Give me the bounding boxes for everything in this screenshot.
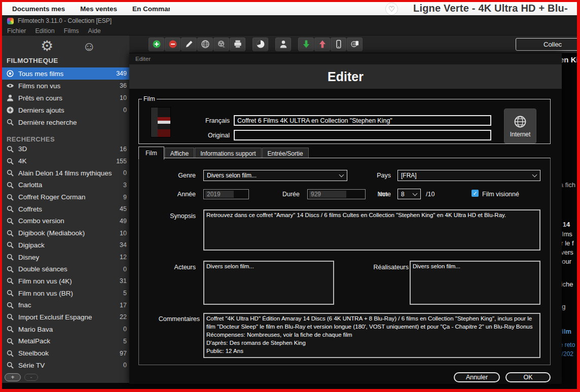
original-input[interactable] [234, 130, 491, 140]
toolbar-button[interactable] [314, 38, 330, 51]
francais-input[interactable] [234, 115, 491, 126]
toolbar-button[interactable] [149, 38, 164, 51]
sidebar-search-item[interactable]: Film non vus (BR) 5 [2, 287, 129, 299]
sidebar-search-item[interactable]: Import Exclusif Espagne 22 [2, 311, 129, 324]
sidebar-search-item[interactable]: Digipack 34 [2, 239, 129, 252]
remove-search-button[interactable]: - [24, 374, 38, 381]
item-count: 22 [120, 313, 127, 320]
sidebar-search-item[interactable]: Combo version 49 [2, 215, 129, 227]
sidebar-search-item[interactable]: MetalPack 5 [2, 335, 129, 347]
dialog-titlebar[interactable]: Editer [129, 53, 562, 64]
globe-icon [513, 115, 527, 129]
item-count: 12 [120, 254, 127, 261]
item-count: 0 [123, 106, 127, 114]
add-icon [152, 39, 162, 49]
settings-gear-icon[interactable]: ⚙ [41, 39, 53, 53]
sidebar-icon-row: ⚙ ☺ [2, 35, 129, 57]
acteurs-textarea[interactable]: Divers selon film... [203, 261, 334, 305]
toolbar-button[interactable] [298, 38, 314, 51]
dialog-tab[interactable]: Film [138, 147, 164, 160]
item-count: 5 [123, 338, 127, 345]
dialog-heading: Editer [328, 69, 364, 84]
search-icon [6, 361, 15, 370]
menu-item[interactable]: Aide [88, 27, 101, 34]
mobile-icon [334, 39, 344, 49]
sidebar-library-item[interactable]: Tous mes films 349 [2, 67, 129, 80]
toolbar-button[interactable] [230, 38, 245, 51]
browser-tab[interactable]: Mes ventes [80, 5, 117, 13]
sidebar-search-item[interactable]: Film non vus (4K) 31 [2, 275, 129, 288]
sidebar-search-item[interactable]: Carlotta 3 [2, 179, 129, 191]
sidebar-search-item[interactable]: Disney 12 [2, 251, 129, 263]
sidebar-search-item[interactable]: Coffrets 45 [2, 203, 129, 215]
sidebar-search-item[interactable]: Digibook (Mediabook) 10 [2, 227, 129, 239]
sidebar-search-item[interactable]: Coffret Roger Corman 9 [2, 191, 129, 203]
menu-item[interactable]: Edition [35, 27, 55, 34]
pie-chart-icon [256, 39, 266, 49]
cancel-button[interactable]: Annuler [454, 372, 500, 382]
smiley-icon[interactable]: ☺ [83, 40, 96, 53]
sidebar-section-filmotheque: FILMOTHEQUE [2, 57, 129, 67]
menu-item[interactable]: Films [64, 27, 79, 34]
search-icon [6, 277, 15, 286]
chevron-down-icon [532, 172, 537, 177]
sidebar-library-item[interactable]: Films non vus 36 [2, 80, 129, 92]
toolbar-button[interactable] [213, 38, 229, 51]
sidebar-search-item[interactable]: fnac 17 [2, 299, 129, 311]
search-icon [6, 205, 15, 213]
item-count: 0 [123, 266, 127, 273]
note-label: Note [360, 191, 391, 198]
sidebar-library-item[interactable]: Dernière recherche [2, 116, 129, 128]
pays-select[interactable]: [FRA] [397, 170, 540, 181]
toolbar-button[interactable] [275, 38, 291, 51]
sidebar-library-item[interactable]: Derniers ajouts 0 [2, 104, 129, 116]
sidebar-search-item[interactable]: Steelbook 97 [2, 347, 129, 360]
plus-circle-icon [6, 106, 15, 115]
browser-tab[interactable]: Documents mes [12, 5, 65, 13]
heart-icon: ♡ [388, 5, 395, 13]
collection-button[interactable]: Collec [516, 38, 577, 51]
window-titlebar: Filmotech 3.11.0 - Collection [ESP] [2, 15, 577, 26]
sidebar-library-item[interactable]: Prêts en cours 10 [2, 92, 129, 104]
sidebar-search-item[interactable]: Série TV 0 [2, 359, 129, 371]
search-icon [6, 241, 15, 250]
toolbar-button[interactable] [252, 38, 268, 51]
realisateurs-textarea[interactable]: Divers selon film... [410, 261, 540, 305]
toolbar-button[interactable] [181, 38, 197, 51]
genre-select[interactable]: Divers selon film... [203, 170, 347, 181]
item-count: 155 [116, 158, 127, 165]
toolbar-button[interactable] [331, 38, 346, 51]
sidebar-search-item[interactable]: Alain Delon 14 films mythiques 0 [2, 167, 129, 179]
synopsis-textarea[interactable]: Retrouvez dans ce coffret "Amary" 14 Dis… [203, 209, 540, 251]
sidebar-section-recherches: RECHERCHES [2, 131, 129, 143]
commentaires-label: Commentaires [139, 315, 200, 323]
editer-dialog: Editer Editer Film Français Original Int… [129, 53, 562, 384]
search-icon [6, 118, 15, 127]
annee-input[interactable]: 2019 [203, 189, 249, 199]
ok-button[interactable]: OK [505, 372, 551, 382]
item-count: 45 [120, 205, 127, 212]
commentaires-textarea[interactable]: Coffret "4K Ultra HD" Édition Amaray 14 … [203, 313, 540, 358]
toolbar-button[interactable] [347, 38, 362, 51]
filmotech-logo-icon [7, 18, 14, 24]
item-count: 0 [123, 326, 127, 333]
user-icon [6, 94, 15, 102]
sidebar-search-item[interactable]: 3D 16 [2, 143, 129, 155]
note-select[interactable]: 8 [397, 189, 421, 199]
toolbar-button[interactable] [197, 38, 213, 51]
sidebar-search-item[interactable]: Double séances 0 [2, 263, 129, 275]
poster-thumbnail[interactable] [151, 108, 170, 137]
product-title: Ligne Verte - 4K Ultra HD + Blu- [413, 3, 568, 14]
sidebar-search-item[interactable]: Mario Bava 0 [2, 323, 129, 335]
remove-icon [168, 39, 178, 49]
sidebar: ⚙ ☺ FILMOTHEQUE Tous mes films 349 Films… [2, 35, 129, 389]
duree-input[interactable]: 929 [307, 189, 366, 199]
film-visionne-checkbox[interactable] [472, 190, 479, 197]
menu-item[interactable]: Fichier [7, 27, 26, 34]
add-search-button[interactable]: + [5, 373, 21, 381]
internet-button[interactable]: Internet [504, 109, 536, 144]
sidebar-search-item[interactable]: 4K 155 [2, 155, 129, 167]
wishlist-heart-button[interactable]: ♡ [385, 3, 398, 15]
toolbar-button[interactable] [165, 38, 180, 51]
browser-tab[interactable]: En Comman [132, 5, 170, 13]
